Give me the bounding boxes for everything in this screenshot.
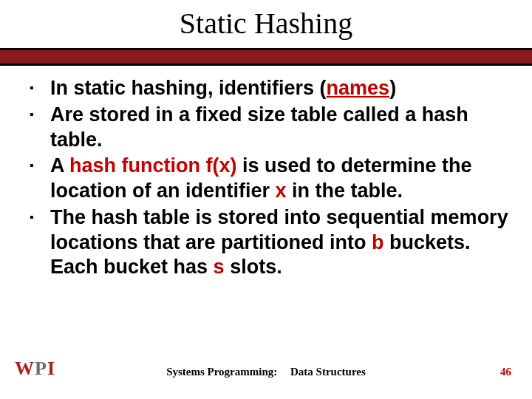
bullet-4-text-e: slots.: [225, 256, 282, 278]
bullet-2-text: Are stored in a fixed size table called …: [50, 103, 468, 151]
footer-center: Systems Programming: Data Structures: [0, 366, 532, 378]
bullet-4: The hash table is stored into sequential…: [30, 205, 516, 280]
footer-text-left: Systems Programming:: [166, 366, 277, 378]
slide-title: Static Hashing: [0, 6, 532, 41]
bullet-1: In static hashing, identifiers (names): [30, 76, 516, 101]
title-area: Static Hashing: [0, 0, 532, 48]
bullet-3-text-e: in the table.: [287, 180, 403, 202]
bullet-4-b: b: [372, 231, 384, 253]
bullet-2: Are stored in a fixed size table called …: [30, 103, 516, 153]
bullet-list: In static hashing, identifiers (names) A…: [30, 76, 516, 280]
bullet-3-hashfn: hash function f(x): [69, 154, 236, 177]
footer-text-right: Data Structures: [290, 366, 366, 378]
divider-band: [0, 48, 532, 66]
bullet-3-x: x: [276, 180, 287, 202]
bullet-1-text-a: In static hashing, identifiers (: [50, 77, 327, 99]
bullet-1-names: names: [327, 77, 390, 99]
slide-body: In static hashing, identifiers (names) A…: [0, 66, 532, 280]
bullet-3: A hash function f(x) is used to determin…: [30, 154, 516, 204]
bullet-1-text-c: ): [389, 77, 396, 99]
page-number: 46: [500, 366, 511, 378]
bullet-4-s: s: [214, 256, 225, 278]
footer: WPI Systems Programming: Data Structures…: [0, 356, 532, 381]
bullet-3-text-a: A: [50, 154, 69, 177]
